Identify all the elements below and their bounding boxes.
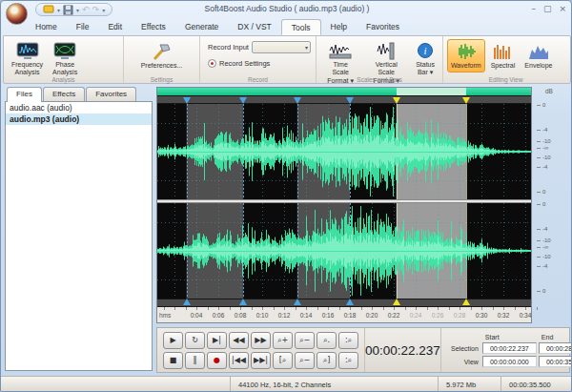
timeline-tick: [394, 307, 395, 310]
play-to-end-button[interactable]: ▶|: [207, 332, 227, 349]
zoom-default-vertical-button[interactable]: :⌕: [338, 352, 358, 369]
waveform-canvas[interactable]: [157, 104, 531, 299]
cue-marker[interactable]: [294, 299, 301, 305]
rewind-button[interactable]: ◀◀: [229, 332, 249, 349]
maximize-button[interactable]: ▢: [543, 4, 552, 13]
ribbon: Frequency Analysis Phase Analysis Analys…: [3, 35, 571, 84]
ribbon-group-caption: Scales and Bars: [317, 76, 442, 83]
cue-marker[interactable]: [239, 299, 247, 305]
timeline-tick: [515, 307, 516, 310]
zoom-full-button[interactable]: ⌕]: [317, 352, 337, 369]
waveform-view-button[interactable]: Waveform: [447, 39, 485, 72]
spectral-view-icon: [491, 42, 514, 61]
menu-tab-edit[interactable]: Edit: [98, 19, 132, 35]
timeline-tick: [274, 307, 275, 310]
zoom-in-horizontal-button[interactable]: ⌕+: [273, 332, 293, 349]
record-input-select[interactable]: ▾: [252, 41, 311, 53]
play-button[interactable]: ▶: [163, 332, 183, 349]
menu-tab-generate[interactable]: Generate: [175, 19, 228, 35]
view-end-field[interactable]: 00:00:35.500: [539, 356, 572, 367]
cue-marker[interactable]: [346, 299, 354, 305]
menu-tab-file[interactable]: File: [67, 19, 99, 35]
close-button[interactable]: ×: [559, 4, 566, 13]
phase-analysis-button[interactable]: Phase Analysis: [49, 39, 81, 80]
timeline-label: 0:32: [498, 312, 510, 319]
zoom-selection-button[interactable]: ⌕.: [317, 332, 337, 349]
waveform-display[interactable]: hms 0:040:060:080:100:120:140:160:180:20…: [156, 87, 532, 323]
file-item[interactable]: audio.aac (audio): [6, 102, 152, 113]
overview-bar[interactable]: [157, 88, 531, 95]
zoom-out-horizontal-button[interactable]: ⌕−: [295, 332, 315, 349]
preferences-button[interactable]: Preferences...: [137, 39, 187, 72]
menu-tab-effects[interactable]: Effects: [132, 19, 175, 35]
menu-tab-help[interactable]: Help: [321, 19, 357, 35]
app-window: ▾ ▾ ↶ ↷ ▾ Soft4Boost Audio Studio ( audi…: [0, 0, 572, 392]
timeline-tick: [306, 307, 307, 310]
zoom-out-vertical-button[interactable]: ⌕−: [295, 352, 315, 369]
timeline-tick: [503, 307, 504, 310]
view-start-field[interactable]: 00:00:00.000: [482, 356, 537, 367]
panel-tab-favorites[interactable]: Favorites: [86, 87, 136, 102]
go-to-start-button[interactable]: |◀◀: [229, 352, 249, 369]
spectral-view-button[interactable]: Spectral: [487, 39, 520, 72]
timeline-label: 0:12: [278, 312, 291, 319]
view-row-label: View: [445, 359, 480, 365]
zoom-default-horizontal-button[interactable]: :⌕: [338, 332, 358, 349]
frequency-analysis-button[interactable]: Frequency Analysis: [8, 39, 47, 80]
stop-button[interactable]: ■: [163, 352, 183, 369]
ribbon-group-scales-and-bars: Time Scale Format ▾ Vertical Scale Forma…: [317, 36, 443, 83]
selection-view-panel: Start End Length Selection 00:00:22.237 …: [441, 331, 572, 369]
status-bar-button[interactable]: i Status Bar ▾: [412, 39, 439, 80]
db-label: 0: [542, 102, 545, 108]
status-bar-icon: i: [417, 42, 434, 60]
db-tick: [537, 192, 541, 193]
timeline-tick: [481, 307, 482, 310]
panel-tab-files[interactable]: Files: [7, 87, 42, 102]
ribbon-group-settings: Preferences... Settings: [124, 36, 200, 83]
selection-marker[interactable]: [393, 299, 400, 305]
status-bar: 44100 Hz, 16-bit, 2 Channels 5.972 Mb 00…: [1, 376, 572, 392]
file-list[interactable]: audio.aac (audio)audio.mp3 (audio): [5, 101, 153, 371]
waveform-view-label: Waveform: [451, 62, 481, 70]
go-to-end-button[interactable]: ▶▶|: [251, 352, 271, 369]
cue-marker[interactable]: [294, 97, 301, 104]
timeline-label: 0:06: [213, 312, 225, 319]
marker-bar-top[interactable]: [157, 95, 531, 104]
record-settings-label[interactable]: Record Settings: [219, 59, 270, 68]
cue-marker[interactable]: [346, 97, 354, 104]
app-logo-icon[interactable]: [6, 3, 28, 25]
menu-tab-dx-vst[interactable]: DX / VST: [228, 19, 280, 35]
status-audio-format: 44100 Hz, 16-bit, 2 Channels: [230, 377, 438, 392]
selection-marker[interactable]: [462, 97, 470, 104]
menu-tab-favorites[interactable]: Favorites: [357, 19, 409, 35]
marker-bar-bottom[interactable]: [157, 299, 531, 307]
file-item[interactable]: audio.mp3 (audio): [6, 113, 152, 125]
minimize-button[interactable]: –: [531, 4, 536, 13]
loop-playback-button[interactable]: ↻: [185, 332, 205, 349]
selection-start-field[interactable]: 00:00:22.237: [482, 342, 537, 354]
pause-button[interactable]: ‖: [185, 352, 205, 369]
frequency-analysis-label: Frequency Analysis: [11, 61, 43, 77]
menu-tab-tools[interactable]: Tools: [281, 19, 321, 35]
fast-forward-button[interactable]: ▶▶: [251, 332, 271, 349]
cue-marker[interactable]: [239, 97, 247, 104]
record-settings-icon[interactable]: [208, 59, 216, 68]
timeline-ruler[interactable]: hms 0:040:060:080:100:120:140:160:180:20…: [157, 307, 531, 322]
selection-row-label: Selection: [445, 345, 480, 352]
selection-marker[interactable]: [393, 97, 400, 104]
selection-marker[interactable]: [462, 299, 470, 305]
record-button[interactable]: ●: [207, 352, 227, 369]
timeline-tick: [460, 307, 460, 310]
zoom-in-vertical-button[interactable]: [⌕: [273, 352, 293, 369]
cue-marker[interactable]: [183, 299, 191, 305]
db-tick: [537, 247, 541, 248]
timeline-tick: [493, 307, 494, 310]
envelope-view-button[interactable]: Envelope: [521, 39, 556, 72]
selection-end-field[interactable]: 00:00:28.646: [539, 342, 572, 354]
menu-tab-home[interactable]: Home: [26, 19, 67, 35]
cue-marker[interactable]: [183, 97, 191, 104]
db-tick: [537, 157, 541, 158]
panel-tab-effects[interactable]: Effects: [43, 87, 85, 102]
chevron-down-icon: ▾: [305, 44, 308, 51]
status-spacer: [1, 377, 230, 392]
